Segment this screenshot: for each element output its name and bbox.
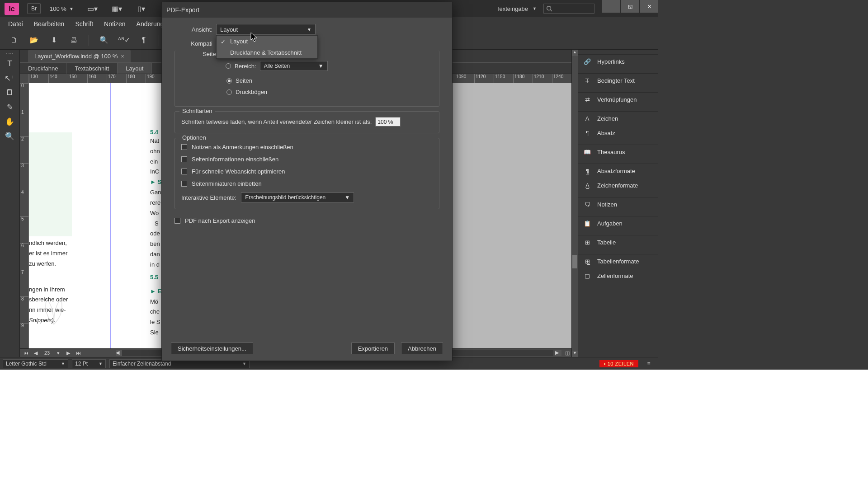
scroll-up-button[interactable]: ▲ — [572, 50, 578, 56]
open-icon[interactable]: 📂 — [29, 35, 39, 45]
vertical-ruler[interactable]: 0 1 2 3 4 5 6 7 8 9 10 11 — [20, 83, 29, 348]
view-icon[interactable]: ▯▾ — [136, 4, 147, 13]
paragraph-styles-icon: ¶̲ — [583, 168, 592, 175]
panel-character-styles[interactable]: A̲Zeichenformate — [578, 178, 658, 192]
dropdown-option-layout[interactable]: ✓ Layout — [217, 36, 317, 47]
checkbox-view-after[interactable] — [175, 218, 180, 224]
panel-table[interactable]: ⊞Tabelle — [578, 235, 658, 249]
radio-seiten[interactable] — [226, 78, 232, 84]
minimize-button[interactable]: — — [602, 0, 620, 13]
character-icon: A — [583, 115, 592, 122]
scroll-left-button[interactable]: ◀ — [116, 350, 122, 356]
tab-close-icon[interactable]: × — [121, 53, 124, 60]
panel-label: Zeichenformate — [597, 182, 638, 189]
tab-layout[interactable]: Layout — [118, 63, 152, 74]
ansicht-combobox[interactable]: Layout ▼ — [216, 24, 316, 35]
font-size-field[interactable]: 12 Pt▼ — [72, 359, 106, 368]
body-text: zu werfen. — [29, 260, 74, 268]
checkbox-notes[interactable] — [181, 144, 187, 150]
chevron-down-icon[interactable]: ▾ — [54, 350, 62, 356]
dropdown-option-galley-story[interactable]: Druckfahne & Textabschnitt — [217, 47, 317, 58]
tab-story[interactable]: Textabschnitt — [66, 63, 118, 74]
ruler-tick: 4 — [20, 190, 28, 216]
scroll-down-button[interactable]: ▼ — [572, 351, 578, 357]
find-icon[interactable]: 🔍 — [99, 35, 109, 45]
maximize-button[interactable]: ◱ — [621, 0, 639, 13]
leaf-watermark-icon — [36, 292, 72, 328]
panel-grip[interactable] — [6, 53, 13, 55]
prev-page-button[interactable]: ◀ — [32, 350, 40, 356]
panel-paragraph-styles[interactable]: ¶̲Absatzformate — [578, 164, 658, 178]
overset-text-warning[interactable]: ▪ 10 ZEILEN — [599, 360, 638, 367]
zoom-tool-icon[interactable]: 🔍 — [0, 129, 19, 143]
screen-mode-icon[interactable]: ▭▾ — [87, 4, 98, 13]
panel-paragraph[interactable]: ¶Absatz — [578, 126, 658, 140]
right-panel-dock: 🔗Hyperlinks T̶Bedingter Text ⇄Verknüpfun… — [578, 50, 658, 357]
panel-character[interactable]: AZeichen — [578, 111, 658, 126]
last-page-button[interactable]: ⏭ — [74, 350, 82, 356]
font-size-value: 12 Pt — [75, 361, 88, 367]
panel-cell-styles[interactable]: ▢Zellenformate — [578, 268, 658, 283]
ruler-tick: 1150 — [494, 74, 513, 83]
eyedropper-tool-icon[interactable]: ✎ — [0, 100, 19, 114]
dialog-title[interactable]: PDF-Export — [162, 2, 452, 18]
ruler-tick: 1 — [20, 110, 28, 136]
font-family-field[interactable]: Letter Gothic Std▼ — [3, 359, 68, 368]
body-text: E — [158, 288, 162, 295]
interactive-combobox[interactable]: Erscheinungsbild berücksichtigen▼ — [241, 192, 354, 202]
checkbox-pageinfo[interactable] — [181, 156, 187, 162]
tab-galley[interactable]: Druckfahne — [20, 63, 66, 74]
panel-label: Bedingter Text — [597, 77, 635, 84]
search-input[interactable] — [543, 4, 594, 14]
svg-point-0 — [547, 6, 551, 10]
arrange-icon[interactable]: ▦▾ — [112, 4, 123, 13]
cancel-button[interactable]: Abbrechen — [401, 343, 443, 354]
position-tool-icon[interactable]: ↖⁺ — [0, 71, 19, 85]
hand-tool-icon[interactable]: ✋ — [0, 115, 19, 128]
hidden-chars-icon[interactable]: ¶ — [139, 35, 149, 45]
panel-notes[interactable]: 🗨Notizen — [578, 197, 658, 211]
scroll-thumb[interactable] — [572, 255, 577, 268]
new-icon[interactable]: 🗋 — [9, 35, 19, 45]
scroll-right-button[interactable]: ▶ — [555, 350, 561, 356]
font-subset-input[interactable] — [375, 117, 401, 127]
note-tool-icon[interactable]: 🗒 — [0, 86, 19, 99]
panel-table-styles[interactable]: ⊞̲Tabellenformate — [578, 254, 658, 268]
first-page-button[interactable]: ⏮ — [22, 350, 30, 356]
menu-edit[interactable]: Bearbeiten — [28, 18, 70, 30]
menu-icon[interactable]: ≡ — [642, 361, 656, 367]
page-number-field[interactable]: 23 — [42, 350, 52, 356]
bereich-combobox[interactable]: Alle Seiten▼ — [260, 61, 328, 71]
panel-links[interactable]: ⇄Verknüpfungen — [578, 92, 658, 107]
vertical-scrollbar[interactable]: ▲ ▼ — [571, 50, 578, 357]
menu-notes[interactable]: Notizen — [99, 18, 131, 30]
workspace-switcher[interactable]: Texteingabe ▼ — [496, 5, 537, 12]
checkbox-webview[interactable] — [181, 169, 187, 174]
radio-druckbogen[interactable] — [226, 89, 232, 95]
zoom-level[interactable]: 100 % ▼ — [50, 5, 74, 12]
save-icon[interactable]: ⬇ — [49, 35, 59, 45]
document-tab[interactable]: Layout_Workflow.indd @ 100 % × — [28, 50, 131, 62]
checkbox-thumbnails[interactable] — [181, 181, 187, 187]
chain-icon: ⇄ — [583, 96, 592, 103]
print-icon[interactable]: 🖶 — [69, 35, 79, 45]
panel-conditional-text[interactable]: T̶Bedingter Text — [578, 73, 658, 88]
security-settings-button[interactable]: Sicherheitseinstellungen... — [171, 343, 253, 354]
checkbox-label: Seitenminiaturen einbetten — [192, 180, 262, 187]
split-view-button[interactable]: ◫ — [563, 350, 571, 356]
next-page-button[interactable]: ▶ — [64, 350, 72, 356]
panel-label: Absatz — [597, 130, 615, 136]
spellcheck-icon[interactable]: ᴬᴮ✓ — [119, 35, 129, 45]
export-button[interactable]: Exportieren — [351, 343, 395, 354]
ruler-tick: 9 — [20, 323, 28, 348]
panel-thesaurus[interactable]: 📖Thesaurus — [578, 145, 658, 159]
panel-assignments[interactable]: 📋Aufgaben — [578, 216, 658, 230]
menu-file[interactable]: Datei — [3, 18, 28, 30]
close-button[interactable]: ✕ — [640, 0, 658, 13]
radio-bereich[interactable] — [226, 63, 231, 69]
menu-type[interactable]: Schrift — [70, 18, 99, 30]
bridge-button[interactable]: Br — [27, 3, 41, 14]
link-icon: 🔗 — [583, 58, 592, 66]
type-tool-icon[interactable]: T — [0, 57, 19, 70]
panel-hyperlinks[interactable]: 🔗Hyperlinks — [578, 54, 658, 69]
